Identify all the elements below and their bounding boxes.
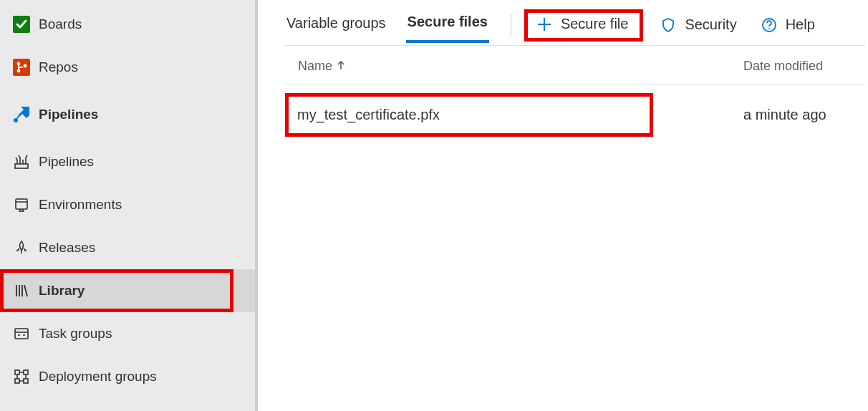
sidebar-section-label: Pipelines	[39, 107, 98, 122]
sidebar-item-repos[interactable]: Repos	[0, 46, 255, 89]
cell-date-modified: a minute ago	[743, 107, 865, 123]
svg-rect-7	[16, 199, 27, 209]
svg-rect-10	[24, 370, 28, 374]
column-header-name[interactable]: Name	[298, 59, 743, 74]
sidebar-item-environments[interactable]: Environments	[0, 183, 255, 226]
main-content: Variable groups Secure files Secure file…	[258, 0, 868, 411]
repos-icon	[7, 57, 36, 77]
tab-variable-groups[interactable]: Variable groups	[285, 15, 387, 42]
help-icon	[761, 17, 777, 33]
svg-point-3	[17, 69, 21, 73]
boards-icon	[7, 14, 36, 34]
svg-point-5	[14, 118, 18, 122]
library-icon	[7, 283, 36, 299]
svg-rect-9	[15, 370, 19, 374]
sort-ascending-icon	[337, 59, 345, 74]
tab-label: Variable groups	[286, 15, 386, 31]
svg-point-14	[768, 28, 770, 29]
sidebar-item-label: Repos	[39, 59, 78, 75]
svg-rect-11	[15, 379, 19, 383]
security-button[interactable]: Security	[653, 14, 743, 43]
svg-rect-8	[15, 329, 28, 339]
sidebar-item-label: Releases	[39, 240, 95, 256]
action-label: Help	[786, 16, 815, 33]
sidebar-item-label: Task groups	[39, 326, 112, 342]
cell-name: my_test_certificate.pfx	[285, 93, 743, 137]
file-name: my_test_certificate.pfx	[297, 107, 440, 122]
sidebar-section-pipelines[interactable]: Pipelines	[0, 89, 255, 140]
table-row[interactable]: my_test_certificate.pfx a minute ago	[285, 84, 865, 145]
tab-label: Secure files	[408, 14, 488, 29]
action-label: Security	[685, 16, 736, 33]
svg-rect-12	[24, 379, 28, 383]
table-header: Name Date modified	[285, 46, 865, 84]
sidebar-item-label: Environments	[39, 197, 122, 213]
svg-rect-6	[15, 164, 28, 168]
help-button[interactable]: Help	[754, 14, 822, 43]
add-secure-file-button[interactable]: Secure file	[524, 9, 644, 42]
sidebar-item-pipelines[interactable]: Pipelines	[0, 140, 255, 183]
deployment-groups-icon	[7, 369, 36, 385]
sidebar-item-releases[interactable]: Releases	[0, 226, 255, 269]
sidebar: Boards Repos Pipelines	[0, 0, 258, 411]
sidebar-item-label: Boards	[39, 16, 82, 32]
svg-point-2	[17, 62, 21, 66]
releases-icon	[7, 240, 36, 256]
sidebar-item-label: Deployment groups	[39, 369, 157, 385]
environments-icon	[7, 197, 36, 213]
separator	[511, 14, 511, 37]
sidebar-item-library[interactable]: Library	[0, 269, 255, 312]
shield-icon	[660, 17, 676, 33]
pipeline-icon	[7, 154, 36, 170]
svg-point-4	[24, 64, 27, 68]
sidebar-item-label: Library	[39, 283, 85, 299]
file-name-highlight: my_test_certificate.pfx	[285, 93, 653, 137]
column-label: Name	[298, 59, 332, 74]
task-groups-icon	[7, 326, 36, 342]
action-label: Secure file	[561, 16, 629, 32]
column-header-date[interactable]: Date modified	[743, 59, 865, 74]
plus-icon	[536, 16, 552, 32]
sidebar-item-task-groups[interactable]: Task groups	[0, 312, 255, 355]
sidebar-item-deployment-groups[interactable]: Deployment groups	[0, 355, 255, 398]
sidebar-item-label: Pipelines	[39, 154, 94, 170]
date-modified-value: a minute ago	[743, 107, 826, 122]
tab-secure-files[interactable]: Secure files	[406, 14, 489, 43]
column-label: Date modified	[743, 59, 823, 73]
sidebar-item-boards[interactable]: Boards	[0, 3, 255, 46]
tabs-row: Variable groups Secure files Secure file…	[285, 11, 865, 46]
pipelines-icon	[7, 104, 36, 125]
